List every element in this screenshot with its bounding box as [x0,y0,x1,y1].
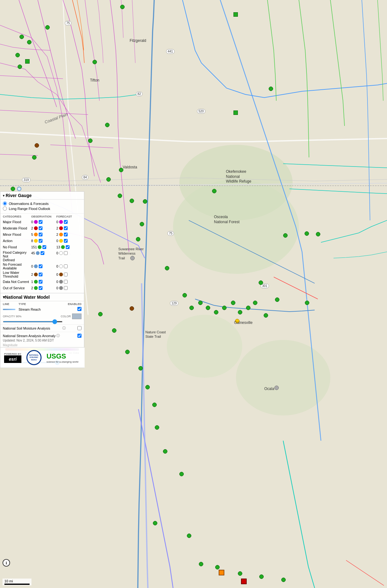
cb-outofservice-obs[interactable] [39,286,42,290]
cb-outofservice-fc[interactable] [64,286,68,290]
cb-minor-obs[interactable] [39,233,42,236]
gauge-marker-action[interactable] [235,319,239,323]
gauge-marker[interactable] [231,301,235,305]
gauge-marker-sq[interactable] [25,59,30,64]
gauge-marker[interactable] [27,40,31,44]
gauge-marker[interactable] [212,189,216,193]
gauge-marker[interactable] [305,231,309,236]
gauge-marker[interactable] [316,232,320,236]
gauge-marker[interactable] [125,350,130,354]
cb-stream-analysis[interactable] [77,334,81,338]
cb-minor-fc[interactable] [64,233,68,236]
cb-lowwater-obs[interactable] [39,273,42,276]
gauge-marker[interactable] [264,313,268,318]
radio-obs[interactable] [3,201,7,206]
gauge-marker-sq[interactable] [233,110,238,115]
cb-major-obs[interactable] [39,220,42,224]
gauge-marker[interactable] [118,194,122,198]
gauge-marker-undefined[interactable] [274,386,279,390]
cb-action-obs[interactable] [39,239,42,243]
gauge-marker-flood-cat[interactable] [17,187,21,191]
gauge-marker[interactable] [182,293,187,297]
gauge-marker[interactable] [253,301,257,305]
cb-moderate-fc[interactable] [64,226,68,230]
cb-soil-moisture[interactable] [77,326,81,330]
gauge-marker-low-water[interactable] [35,143,39,148]
cb-noflood-fc[interactable] [66,245,70,249]
gauge-marker[interactable] [155,425,159,430]
gauge-marker[interactable] [143,199,147,204]
gauge-marker[interactable] [106,177,111,182]
gauge-marker-red-sq[interactable] [241,579,247,584]
river-gauge-header[interactable]: ▾ River Gauge [0,192,84,200]
gauge-marker[interactable] [138,366,143,370]
gauge-marker[interactable] [140,222,144,226]
gauge-marker-sq[interactable] [233,12,238,17]
cb-notdefined-fc[interactable] [64,251,68,255]
gauge-marker[interactable] [305,301,309,305]
cb-notcurrent-fc[interactable] [64,280,68,284]
radio-long-row[interactable]: Long Range Flood Outlook [3,206,81,211]
cb-action-fc[interactable] [64,239,68,243]
info-button[interactable]: i [3,559,10,567]
gauge-marker[interactable] [88,139,93,143]
gauge-marker[interactable] [45,25,50,30]
gauge-marker[interactable] [214,310,218,314]
gauge-marker[interactable] [32,155,36,160]
gauge-marker[interactable] [112,328,116,333]
gauge-marker[interactable] [93,60,97,64]
color-swatch[interactable] [72,314,81,319]
gauge-marker[interactable] [11,187,15,191]
gauge-marker[interactable] [120,5,125,9]
gauge-marker[interactable] [215,565,220,569]
gauge-marker[interactable] [269,87,273,91]
cb-lowwater-fc[interactable] [64,273,68,276]
cb-noflood-obs[interactable] [42,245,46,249]
radio-long-range[interactable] [3,206,7,211]
gauge-marker[interactable] [246,306,250,310]
gauge-marker[interactable] [136,237,140,241]
gauge-marker[interactable] [105,123,109,127]
gauge-marker[interactable] [163,449,167,454]
cb-stream-reach[interactable] [77,307,81,311]
gauge-marker[interactable] [283,233,288,238]
gauge-marker[interactable] [130,199,134,203]
gauge-marker-orange-sq[interactable] [219,570,224,575]
nwm-header[interactable]: ▾ National Water Model [0,293,84,301]
soil-moisture-info-icon[interactable]: ⓘ [62,326,66,331]
gauge-marker[interactable] [165,266,169,270]
cb-notcurrent-obs[interactable] [39,280,42,284]
cb-notdefined-obs[interactable] [41,251,44,255]
gauge-marker[interactable] [18,65,22,69]
opacity-slider[interactable] [3,321,63,322]
gauge-marker[interactable] [259,280,263,285]
gauge-marker[interactable] [153,521,157,525]
gauge-marker[interactable] [98,312,103,316]
cb-major-fc[interactable] [64,220,68,224]
gauge-marker-undefined[interactable] [130,256,135,260]
gauge-marker[interactable] [222,306,227,310]
gauge-marker[interactable] [145,385,150,389]
gauge-marker[interactable] [199,562,203,566]
stream-analysis-info-icon[interactable]: ⓘ [56,333,60,338]
gauge-marker-low-water[interactable] [130,306,134,311]
gauge-marker[interactable] [238,310,242,314]
gauge-marker[interactable] [152,403,157,407]
gauge-marker[interactable] [189,306,194,310]
gauge-marker[interactable] [179,472,184,476]
cb-moderate-obs[interactable] [39,226,42,230]
gauge-marker[interactable] [238,571,242,576]
gauge-marker[interactable] [15,53,20,57]
gauge-marker[interactable] [119,168,123,172]
gauge-marker[interactable] [198,301,203,305]
gauge-marker[interactable] [187,534,191,538]
radio-obs-row[interactable]: Observations & Forecasts [3,201,81,206]
cb-noforecast-obs[interactable] [39,264,42,268]
gauge-marker[interactable] [259,574,264,579]
gauge-marker[interactable] [281,578,286,582]
gauge-marker[interactable] [20,35,24,39]
cat-row-noflood: No Flood 151 13 [3,244,81,250]
cb-noforecast-fc[interactable] [64,264,68,268]
gauge-marker[interactable] [206,306,210,310]
gauge-marker[interactable] [275,297,279,302]
